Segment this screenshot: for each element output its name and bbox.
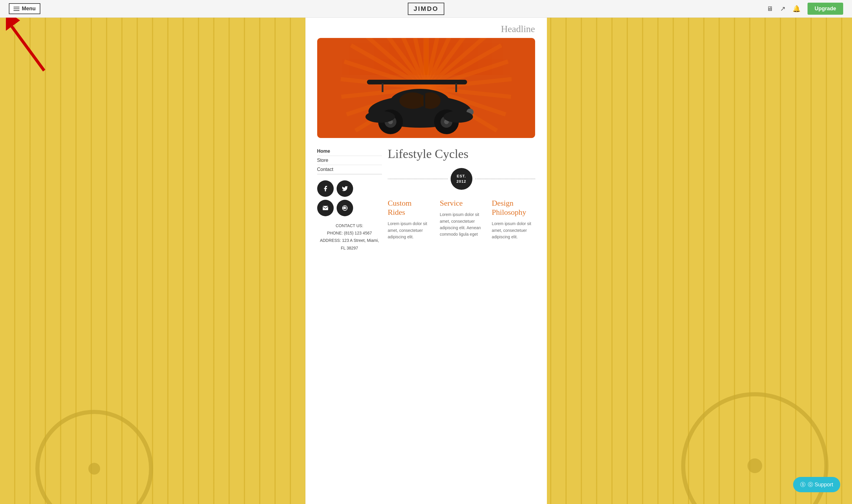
dotted-line-right — [475, 179, 535, 179]
facebook-icon[interactable] — [317, 180, 334, 197]
svg-rect-39 — [455, 83, 457, 92]
bike-wheel-left — [35, 410, 153, 504]
contact-phone: PHONE: (815) 123 4567 — [317, 230, 382, 237]
dotted-line-left — [388, 179, 448, 179]
features-row: CustomRides Lorem ipsum dolor sit amet, … — [388, 199, 535, 240]
est-text1: EST. — [457, 174, 466, 179]
topbar-center: JIMDO — [407, 3, 445, 15]
page-headline: Headline — [317, 23, 535, 34]
contact-info: CONTACT US: PHONE: (815) 123 4567 ADDRES… — [317, 222, 382, 252]
jimdo-logo[interactable]: JIMDO — [407, 3, 445, 15]
svg-rect-28 — [423, 93, 425, 108]
support-label: ⓪ Support — [808, 481, 833, 488]
nav-link-store[interactable]: Store — [317, 158, 328, 163]
nav-menu: Home Store Contact — [317, 147, 382, 175]
hero-car-svg — [358, 70, 482, 135]
brand-title: Lifestyle Cycles — [388, 147, 535, 161]
svg-point-37 — [365, 111, 395, 123]
share-icon[interactable]: ↗ — [780, 5, 785, 13]
desktop-icon[interactable]: 🖥 — [767, 5, 773, 13]
support-icon: ⓢ — [800, 481, 805, 488]
contact-address: ADDRESS: 123 A Street, Miami, FL 38297 — [317, 237, 382, 252]
support-button[interactable]: ⓢ ⓪ Support — [793, 477, 840, 492]
bell-icon[interactable]: 🔔 — [793, 5, 800, 13]
est-row: EST. 2012 — [388, 168, 535, 190]
content-columns: Home Store Contact — [317, 147, 535, 252]
nav-item-store[interactable]: Store — [317, 156, 382, 165]
topbar-right: 🖥 ↗ 🔔 Upgrade — [767, 3, 843, 15]
topbar-left: Menu — [9, 3, 40, 14]
feature-title-0: CustomRides — [388, 199, 431, 217]
upgrade-button[interactable]: Upgrade — [807, 3, 843, 15]
nav-link-contact[interactable]: Contact — [317, 167, 333, 172]
feature-col-1: Service Lorem ipsum dolor sit amet, cons… — [440, 199, 483, 240]
email-icon[interactable] — [317, 200, 334, 216]
menu-button[interactable]: Menu — [9, 3, 40, 14]
feature-text-1: Lorem ipsum dolor sit amet, consectetuer… — [440, 211, 483, 238]
feature-text-0: Lorem ipsum dolor sit amet, consectetuer… — [388, 220, 431, 240]
svg-rect-38 — [382, 83, 383, 92]
svg-point-27 — [420, 92, 440, 109]
svg-rect-41 — [344, 208, 346, 209]
main-content: Headline — [306, 18, 547, 504]
feature-text-2: Lorem ipsum dolor sit amet, consectetuer… — [492, 220, 535, 240]
menu-label: Menu — [22, 5, 36, 12]
feature-title-2: DesignPhilosophy — [492, 199, 535, 217]
topbar: Menu JIMDO 🖥 ↗ 🔔 Upgrade — [0, 0, 852, 18]
hero-image — [317, 38, 535, 138]
right-column: Lifestyle Cycles EST. 2012 CustomRides L… — [388, 147, 535, 252]
feature-col-2: DesignPhilosophy Lorem ipsum dolor sit a… — [492, 199, 535, 240]
feature-title-1: Service — [440, 199, 483, 208]
feature-col-0: CustomRides Lorem ipsum dolor sit amet, … — [388, 199, 431, 240]
twitter-icon[interactable] — [336, 180, 353, 197]
est-text2: 2012 — [456, 179, 466, 184]
nav-link-home[interactable]: Home — [317, 148, 330, 154]
contact-title: CONTACT US: — [317, 222, 382, 230]
nav-item-contact[interactable]: Contact — [317, 165, 382, 174]
svg-point-36 — [444, 111, 473, 123]
est-badge: EST. 2012 — [451, 168, 472, 190]
background-area: Headline — [0, 18, 852, 504]
left-column: Home Store Contact — [317, 147, 382, 252]
evernote-icon[interactable] — [336, 200, 353, 216]
social-icons — [317, 180, 370, 216]
hamburger-icon — [14, 7, 19, 11]
nav-item-home[interactable]: Home — [317, 147, 382, 156]
